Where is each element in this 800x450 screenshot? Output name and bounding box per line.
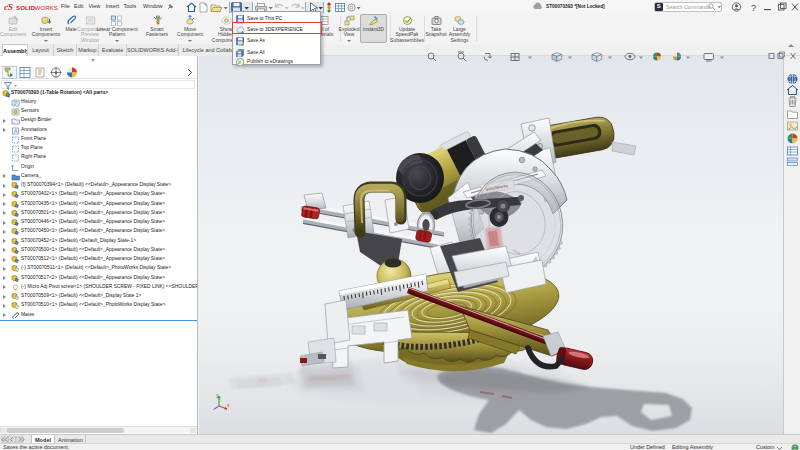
- svg-text:?: ?: [751, 2, 756, 12]
- svg-text:WORKS: WORKS: [35, 3, 58, 10]
- svg-text:SOLID: SOLID: [16, 3, 35, 10]
- svg-text:e: e: [238, 59, 241, 65]
- svg-text:x: x: [227, 402, 230, 408]
- svg-text:A: A: [14, 128, 18, 134]
- svg-text:ƈS: ƈS: [4, 2, 13, 12]
